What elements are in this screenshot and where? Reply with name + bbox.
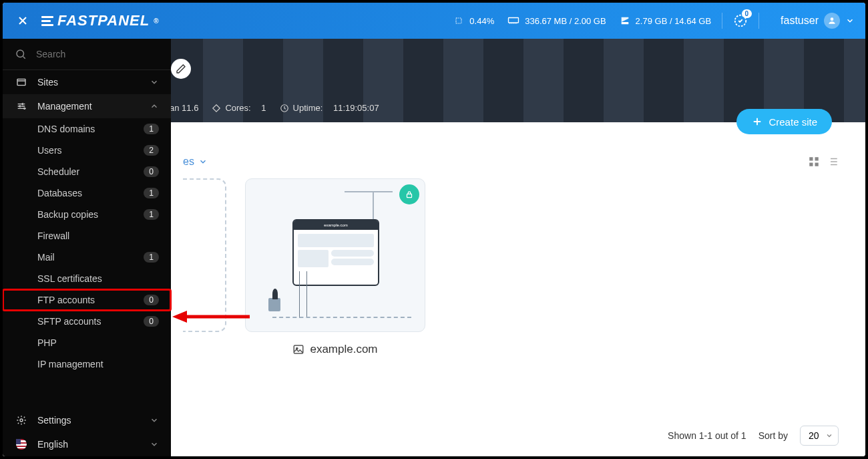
notifications-button[interactable]: 0: [733, 13, 748, 28]
disk-value: 2.79 GB / 14.64 GB: [636, 16, 711, 26]
plus-icon: [751, 116, 763, 128]
sidebar-item-label: Sites: [37, 77, 58, 88]
svg-point-16: [19, 106, 21, 107]
window-icon: [15, 77, 28, 88]
empty-site-card[interactable]: [183, 178, 226, 332]
list-view-button[interactable]: [827, 156, 839, 168]
grid-view-button[interactable]: [808, 156, 820, 168]
svg-point-18: [20, 419, 23, 422]
cpu-stat: 0.44%: [453, 15, 494, 26]
sidebar-item-label: English: [37, 439, 68, 450]
sidebar-item-management[interactable]: Management: [3, 94, 171, 118]
sidebar-item-sites[interactable]: Sites: [3, 70, 171, 94]
sidebar-subitem-label: SFTP accounts: [37, 316, 101, 327]
sidebar-subitem-scheduler[interactable]: Scheduler0: [3, 161, 171, 182]
sidebar-subitem-databases[interactable]: Databases1: [3, 182, 171, 204]
svg-rect-9: [815, 163, 819, 166]
count-badge: 1: [144, 124, 159, 134]
sidebar-subitem-firewall[interactable]: Firewall: [3, 225, 171, 247]
sidebar-subitem-ssl-certificates[interactable]: SSL certificates: [3, 268, 171, 289]
count-badge: 1: [144, 252, 159, 263]
svg-rect-6: [809, 157, 813, 160]
management-subitems: DNS domains1Users2Scheduler0Databases1Ba…: [3, 118, 171, 375]
header: FASTPANEL® 0.44% 336.67 MB / 2.00 GB 2.7…: [3, 3, 865, 39]
username: fastuser: [781, 15, 819, 27]
sidebar-subitem-users[interactable]: Users2: [3, 140, 171, 161]
sidebar-subitem-php[interactable]: PHP: [3, 332, 171, 353]
svg-rect-2: [621, 22, 628, 24]
chevron-down-icon: [150, 78, 159, 87]
cpu-value: 0.44%: [469, 16, 494, 26]
chevron-down-icon: [150, 440, 159, 449]
disk-icon: [620, 15, 630, 26]
memory-value: 336.67 MB / 2.00 GB: [525, 16, 606, 26]
sidebar-subitem-backup-copies[interactable]: Backup copies1: [3, 204, 171, 225]
sidebar-subitem-label: Scheduler: [37, 166, 79, 177]
gear-icon: [15, 415, 28, 426]
sidebar: Sites Management DNS domains1Users2Sched…: [3, 39, 171, 456]
count-badge: 0: [144, 295, 159, 305]
memory-icon: [507, 16, 519, 25]
svg-rect-8: [809, 163, 813, 166]
sidebar-subitem-label: IP management: [37, 359, 103, 369]
sidebar-subitem-label: PHP: [37, 337, 57, 348]
sidebar-subitem-label: Mail: [37, 252, 55, 263]
sidebar-item-label: Settings: [37, 415, 71, 426]
sidebar-subitem-label: Users: [37, 145, 62, 156]
filter-dropdown[interactable]: es: [183, 156, 208, 168]
grid-icon: [808, 156, 820, 168]
uptime-stat: Uptime: 11:19:05:07: [280, 103, 379, 113]
close-sidebar-button[interactable]: [13, 11, 32, 30]
sidebar-subitem-label: Databases: [37, 188, 82, 198]
chevron-down-icon: [150, 416, 159, 425]
edit-hero-button[interactable]: [171, 59, 191, 79]
count-badge: 2: [144, 145, 159, 156]
memory-stat: 336.67 MB / 2.00 GB: [507, 16, 606, 26]
shown-count: Shown 1-1 out of 1: [668, 430, 746, 441]
svg-point-13: [17, 50, 24, 57]
sidebar-subitem-dns-domains[interactable]: DNS domains1: [3, 118, 171, 140]
user-menu[interactable]: fastuser: [781, 13, 855, 29]
count-badge: 0: [144, 166, 159, 177]
brand-text: FASTPANEL: [57, 12, 150, 29]
brand-logo[interactable]: FASTPANEL®: [41, 12, 160, 29]
site-card[interactable]: example.com: [245, 178, 425, 356]
close-icon: [16, 14, 29, 27]
sidebar-subitem-mail[interactable]: Mail1: [3, 247, 171, 268]
sort-select[interactable]: 20: [800, 426, 839, 446]
cpu-icon: [453, 15, 464, 26]
search-icon: [15, 48, 27, 60]
sliders-icon: [15, 101, 28, 112]
svg-rect-7: [815, 157, 819, 160]
disk-stat: 2.79 GB / 14.64 GB: [620, 15, 711, 26]
image-icon: [292, 343, 304, 355]
svg-point-17: [24, 108, 25, 109]
count-badge: 0: [144, 316, 159, 327]
notif-count-badge: 0: [742, 9, 752, 18]
flag-us-icon: [15, 439, 28, 450]
logo-bars-icon: [41, 16, 53, 26]
sidebar-subitem-ip-management[interactable]: IP management: [3, 353, 171, 375]
sidebar-subitem-label: Firewall: [37, 231, 69, 241]
pencil-icon: [176, 63, 186, 74]
sidebar-item-settings[interactable]: Settings: [3, 408, 171, 432]
chevron-down-icon: [845, 16, 855, 25]
clock-icon: [280, 104, 289, 113]
os-stat: an 11.6: [170, 103, 198, 113]
search-input[interactable]: [36, 49, 159, 59]
count-badge: 1: [144, 209, 159, 220]
svg-point-15: [22, 104, 23, 105]
sidebar-subitem-sftp-accounts[interactable]: SFTP accounts0: [3, 311, 171, 332]
cores-stat: Cores: 1: [212, 103, 266, 113]
create-site-button[interactable]: Create site: [736, 109, 832, 134]
sidebar-subitem-ftp-accounts[interactable]: FTP accounts0: [3, 289, 171, 311]
sidebar-item-language[interactable]: English: [3, 432, 171, 456]
sidebar-subitem-label: DNS domains: [37, 124, 95, 134]
sidebar-subitem-label: SSL certificates: [37, 273, 102, 284]
sort-label: Sort by: [758, 430, 788, 441]
site-domain: example.com: [310, 343, 377, 356]
chevron-up-icon: [150, 102, 159, 111]
diamond-icon: [212, 104, 221, 113]
svg-point-4: [831, 17, 834, 21]
sidebar-item-label: Management: [37, 101, 92, 112]
